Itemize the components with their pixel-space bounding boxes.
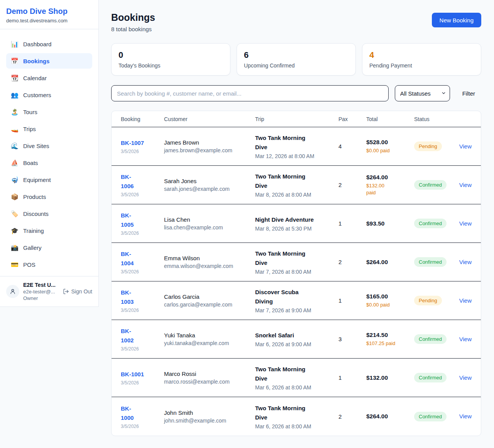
sidebar-item-label: Trips xyxy=(23,126,36,132)
booking-id-link[interactable]: BK-1006 xyxy=(121,172,134,191)
sidebar-item-customers[interactable]: 👥 Customers xyxy=(6,87,92,103)
customer-name: John Smith xyxy=(164,409,250,416)
sidebar: Demo Dive Shop demo.test.divestreams.com… xyxy=(0,0,99,307)
stat-card-upcoming-confirmed: 6 Upcoming Confirmed xyxy=(237,43,356,76)
total-cell: $264.00 xyxy=(366,413,414,420)
new-booking-button[interactable]: New Booking xyxy=(432,13,481,27)
booking-cell: BK-1000 3/5/2026 xyxy=(121,404,164,429)
trip-cell: Two Tank MorningDive Mar 6, 2026 at 8:00… xyxy=(255,365,338,391)
sidebar-item-label: Gallery xyxy=(23,244,42,251)
sidebar-item-label: Discounts xyxy=(23,211,49,217)
booking-id-link[interactable]: BK-1007 xyxy=(121,138,144,148)
sign-out-button[interactable]: Sign Out xyxy=(63,288,92,295)
booking-cell: BK-1005 3/5/2026 xyxy=(121,211,164,236)
booking-id-link[interactable]: BK-1001 xyxy=(121,370,144,379)
pax-value: 2 xyxy=(338,259,366,265)
total-cell: $264.00 $132.00paid xyxy=(366,174,414,196)
booking-id-link[interactable]: BK-1004 xyxy=(121,249,134,268)
sign-out-label: Sign Out xyxy=(71,288,92,295)
sidebar-item-boats[interactable]: ⛵ Boats xyxy=(6,155,92,170)
sidebar-item-bookings[interactable]: 📅 Bookings xyxy=(6,53,92,69)
search-input[interactable] xyxy=(111,85,389,101)
booking-cell: BK-1007 3/5/2026 xyxy=(121,138,164,154)
page-subtitle: 8 total bookings xyxy=(111,26,155,32)
status-select-wrap: All Statuses xyxy=(395,85,450,101)
trip-name: Night Dive Adventure xyxy=(255,215,334,224)
sidebar-item-gallery[interactable]: 📸 Gallery xyxy=(6,240,92,255)
page-title: Bookings xyxy=(111,12,155,23)
sidebar-item-products[interactable]: 📦 Products xyxy=(6,189,92,204)
filter-controls: All Statuses Filter xyxy=(111,85,481,101)
customer-email: emma.wilson@example.com xyxy=(164,263,250,269)
user-role: Owner xyxy=(23,295,56,301)
filter-button[interactable]: Filter xyxy=(456,90,481,97)
booking-id-link[interactable]: BK-1005 xyxy=(121,211,134,229)
status-badge: Pending xyxy=(414,141,442,151)
total-amount: $214.50 xyxy=(366,332,409,339)
column-header-status: Status xyxy=(414,116,457,122)
equipment-icon: 🤿 xyxy=(11,176,19,184)
status-badge: Confirmed xyxy=(414,219,447,228)
total-cell: $165.00 $0.00 paid xyxy=(366,293,414,308)
view-link[interactable]: View xyxy=(459,220,472,227)
view-link[interactable]: View xyxy=(459,143,472,150)
booking-date: 3/5/2026 xyxy=(121,346,159,352)
total-cell: $93.50 xyxy=(366,220,414,227)
pax-value: 1 xyxy=(338,297,366,304)
sidebar-item-dive-sites[interactable]: 🌊 Dive Sites xyxy=(6,138,92,153)
booking-cell: BK-1004 3/5/2026 xyxy=(121,249,164,275)
booking-id-link[interactable]: BK-1003 xyxy=(121,288,134,307)
status-cell: Confirmed xyxy=(414,257,457,267)
sidebar-item-equipment[interactable]: 🤿 Equipment xyxy=(6,172,92,187)
stat-value: 0 xyxy=(118,50,223,60)
discounts-icon: 🏷️ xyxy=(11,210,19,217)
table-row: BK-1004 3/5/2026 Emma Wilson emma.wilson… xyxy=(112,243,481,281)
view-link[interactable]: View xyxy=(459,374,472,381)
actions-cell: View xyxy=(457,374,472,381)
status-cell: Confirmed xyxy=(414,373,457,382)
sidebar-item-calendar[interactable]: 📆 Calendar xyxy=(6,70,92,86)
customer-name: Marco Rossi xyxy=(164,371,250,377)
trip-datetime: Mar 6, 2026 at 8:00 AM xyxy=(255,384,334,391)
table-row: BK-1007 3/5/2026 James Brown james.brown… xyxy=(112,127,481,166)
sidebar-item-label: POS xyxy=(23,261,36,268)
status-cell: Pending xyxy=(414,296,457,305)
customer-cell: John Smith john.smith@example.com xyxy=(164,409,255,424)
trips-icon: 🚤 xyxy=(11,125,19,133)
customer-name: Sarah Jones xyxy=(164,178,250,184)
trip-cell: Two Tank MorningDive Mar 12, 2026 at 8:0… xyxy=(255,133,338,159)
sidebar-item-label: Boats xyxy=(23,160,38,166)
view-link[interactable]: View xyxy=(459,336,472,342)
trip-name: Two Tank MorningDive xyxy=(255,172,334,190)
paid-amount: $107.25 paid xyxy=(366,340,409,347)
status-badge: Pending xyxy=(414,296,442,305)
tours-icon: 🏝️ xyxy=(11,108,19,116)
view-link[interactable]: View xyxy=(459,413,472,419)
status-select[interactable]: All Statuses xyxy=(395,85,450,101)
paid-amount: $132.00paid xyxy=(366,182,409,196)
booking-id-link[interactable]: BK-1000 xyxy=(121,404,134,423)
gallery-icon: 📸 xyxy=(11,244,19,251)
booking-id-link[interactable]: BK-1002 xyxy=(121,327,134,345)
trip-datetime: Mar 7, 2026 at 9:00 AM xyxy=(255,307,334,313)
view-link[interactable]: View xyxy=(459,259,472,265)
table-row: BK-1006 3/5/2026 Sarah Jones sarah.jones… xyxy=(112,166,481,204)
booking-date: 3/5/2026 xyxy=(121,380,159,386)
sidebar-item-dashboard[interactable]: 📊 Dashboard xyxy=(6,36,92,52)
booking-cell: BK-1002 3/5/2026 xyxy=(121,327,164,352)
sidebar-item-pos[interactable]: 💳 POS xyxy=(6,257,92,272)
column-header-customer: Customer xyxy=(164,116,255,122)
view-link[interactable]: View xyxy=(459,297,472,304)
user-icon xyxy=(9,288,16,295)
sidebar-item-training[interactable]: 🎓 Training xyxy=(6,223,92,238)
view-link[interactable]: View xyxy=(459,182,472,188)
customer-email: marco.rossi@example.com xyxy=(164,379,250,385)
sidebar-footer: E2E Test U... e2e-tester@... Owner Sign … xyxy=(0,276,98,307)
customers-icon: 👥 xyxy=(11,91,19,99)
customer-cell: Carlos Garcia carlos.garcia@example.com xyxy=(164,293,255,308)
sidebar-item-tours[interactable]: 🏝️ Tours xyxy=(6,104,92,120)
booking-date: 3/5/2026 xyxy=(121,192,159,197)
sidebar-item-discounts[interactable]: 🏷️ Discounts xyxy=(6,206,92,221)
sidebar-item-trips[interactable]: 🚤 Trips xyxy=(6,121,92,136)
status-badge: Confirmed xyxy=(414,373,447,382)
